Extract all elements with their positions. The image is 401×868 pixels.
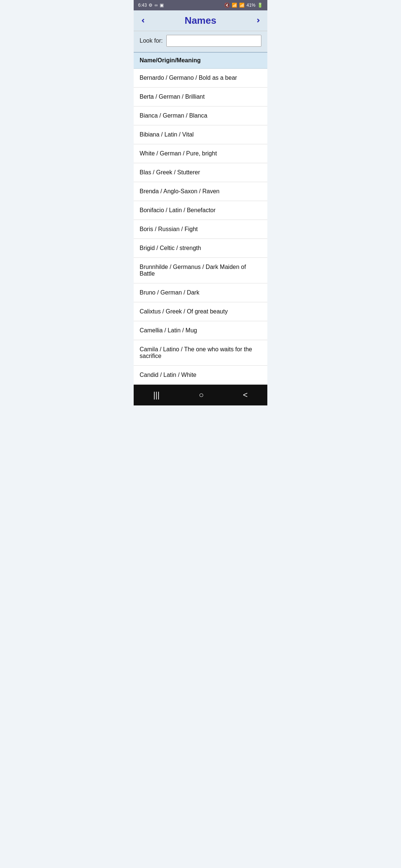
chevron-down-button[interactable]: ⌄ [140, 17, 149, 24]
list-item[interactable]: Boris / Russian / Fight [134, 220, 267, 239]
bottom-nav: ||| ○ < [134, 385, 267, 405]
nav-home-button[interactable]: ○ [192, 389, 211, 401]
settings-icon: ⚙ [149, 3, 153, 8]
status-time: 6:43 [138, 3, 147, 8]
list-item[interactable]: Brenda / Anglo-Saxon / Raven [134, 182, 267, 201]
gallery-icon: ▣ [160, 3, 164, 8]
list-item[interactable]: Bruno / German / Dark [134, 283, 267, 302]
status-left: 6:43 ⚙ ∞ ▣ [138, 3, 164, 8]
page-title: Names [148, 15, 253, 26]
list-item[interactable]: Brunnhilde / Germanus / Dark Maiden of B… [134, 258, 267, 283]
column-header: Name/Origin/Meaning [134, 53, 267, 69]
search-input[interactable] [166, 35, 261, 47]
search-label: Look for: [140, 37, 163, 44]
battery-level: 41% [247, 3, 255, 8]
list-item[interactable]: Bonifacio / Latin / Benefactor [134, 201, 267, 220]
nav-back-button[interactable]: < [235, 389, 255, 401]
nav-menu-button[interactable]: ||| [146, 389, 167, 401]
signal-icon: 📶 [239, 3, 245, 8]
list-item[interactable]: Calixtus / Greek / Of great beauty [134, 302, 267, 321]
status-right: 🔇 📶 📶 41% 🔋 [224, 3, 263, 8]
list-item[interactable]: Bianca / German / Blanca [134, 106, 267, 125]
list-item[interactable]: White / German / Pure, bright [134, 144, 267, 163]
list-item[interactable]: Bibiana / Latin / Vital [134, 125, 267, 144]
wifi-icon: 📶 [232, 3, 237, 8]
mute-icon: 🔇 [224, 3, 230, 8]
chevron-up-button[interactable]: ⌄ [252, 17, 261, 24]
list-item[interactable]: Candid / Latin / White [134, 366, 267, 385]
list-item[interactable]: Blas / Greek / Stutterer [134, 163, 267, 182]
list-item[interactable]: Berta / German / Brilliant [134, 88, 267, 106]
list-item[interactable]: Bernardo / Germano / Bold as a bear [134, 69, 267, 88]
status-bar: 6:43 ⚙ ∞ ▣ 🔇 📶 📶 41% 🔋 [134, 0, 267, 10]
voicemail-icon: ∞ [154, 3, 158, 8]
battery-icon: 🔋 [257, 3, 263, 8]
list-item[interactable]: Camila / Latino / The one who waits for … [134, 340, 267, 366]
column-header-label: Name/Origin/Meaning [140, 57, 200, 63]
names-list: Bernardo / Germano / Bold as a bearBerta… [134, 69, 267, 385]
list-item[interactable]: Brigid / Celtic / strength [134, 239, 267, 258]
header: ⌄ Names ⌄ [134, 10, 267, 31]
list-item[interactable]: Camellia / Latin / Mug [134, 321, 267, 340]
search-row: Look for: [134, 31, 267, 53]
